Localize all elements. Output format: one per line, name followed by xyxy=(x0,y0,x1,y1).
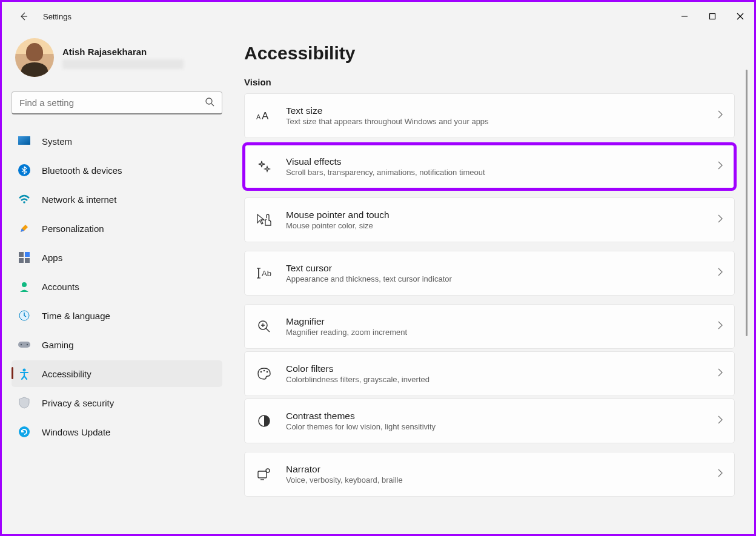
app-title: Settings xyxy=(43,12,71,21)
card-sub: Mouse pointer color, size xyxy=(286,221,704,230)
maximize-button[interactable] xyxy=(698,7,726,26)
sidebar-item-label: Apps xyxy=(42,253,62,263)
scrollbar[interactable] xyxy=(746,70,748,336)
profile[interactable]: Atish Rajasekharan xyxy=(12,31,222,88)
chevron-right-icon xyxy=(717,110,723,121)
palette-icon xyxy=(256,365,273,382)
sidebar-item-label: Windows Update xyxy=(42,427,110,437)
page-title: Accessibility xyxy=(244,43,735,64)
card-title: Contrast themes xyxy=(286,411,704,422)
chevron-right-icon xyxy=(717,268,723,279)
gamepad-icon xyxy=(18,338,31,351)
chevron-right-icon xyxy=(717,161,723,172)
sidebar-item-windows-update[interactable]: Windows Update xyxy=(12,419,222,445)
card-sub: Appearance and thickness, text cursor in… xyxy=(286,274,704,283)
card-sub: Color themes for low vision, light sensi… xyxy=(286,422,704,431)
clock-globe-icon xyxy=(18,309,31,322)
sidebar-item-accessibility[interactable]: Accessibility xyxy=(12,360,222,387)
close-icon xyxy=(737,13,744,20)
nav-list: System Bluetooth & devices Network & int… xyxy=(12,128,222,445)
magnifier-icon xyxy=(256,318,273,335)
chevron-right-icon xyxy=(717,415,723,426)
card-mouse-pointer[interactable]: Mouse pointer and touch Mouse pointer co… xyxy=(244,197,735,242)
card-sub: Voice, verbosity, keyboard, braille xyxy=(286,475,704,485)
section-heading: Vision xyxy=(244,77,735,87)
sidebar-item-label: Personalization xyxy=(42,223,104,234)
sidebar-item-accounts[interactable]: Accounts xyxy=(12,273,222,300)
back-button[interactable] xyxy=(12,4,36,28)
minimize-icon xyxy=(681,13,688,20)
sidebar-item-privacy[interactable]: Privacy & security xyxy=(12,389,222,416)
profile-name: Atish Rajasekharan xyxy=(62,47,184,57)
svg-rect-10 xyxy=(19,252,24,257)
card-text-size[interactable]: AA Text size Text size that appears thro… xyxy=(244,93,735,138)
card-title: Text size xyxy=(286,105,704,116)
chevron-right-icon xyxy=(717,214,723,225)
svg-rect-1 xyxy=(710,14,715,19)
profile-email-redacted xyxy=(62,59,184,69)
card-title: Text cursor xyxy=(286,263,704,274)
svg-rect-13 xyxy=(25,258,30,263)
sparkle-icon xyxy=(256,158,273,175)
card-title: Narrator xyxy=(286,464,704,475)
card-title: Color filters xyxy=(286,363,704,374)
sidebar-item-system[interactable]: System xyxy=(12,128,222,154)
wifi-icon xyxy=(18,193,31,206)
card-color-filters[interactable]: Color filters Colorblindness filters, gr… xyxy=(244,351,735,396)
minimize-button[interactable] xyxy=(671,7,698,26)
svg-rect-12 xyxy=(19,258,24,263)
apps-icon xyxy=(18,251,31,264)
card-contrast-themes[interactable]: Contrast themes Color themes for low vis… xyxy=(244,399,735,443)
card-sub: Text size that appears throughout Window… xyxy=(286,117,704,126)
svg-text:A: A xyxy=(256,113,261,121)
card-narrator[interactable]: Narrator Voice, verbosity, keyboard, bra… xyxy=(244,452,735,497)
svg-text:A: A xyxy=(262,110,269,122)
chevron-right-icon xyxy=(717,321,723,332)
svg-line-28 xyxy=(266,328,270,332)
window-controls xyxy=(671,7,754,26)
paintbrush-icon xyxy=(18,222,31,235)
search-input[interactable] xyxy=(19,98,205,108)
sidebar-item-label: Network & internet xyxy=(42,194,116,205)
sidebar-item-bluetooth[interactable]: Bluetooth & devices xyxy=(12,157,222,184)
display-icon xyxy=(18,134,31,148)
search-icon xyxy=(205,97,214,109)
text-cursor-icon: Ab xyxy=(256,265,273,282)
card-title: Magnifier xyxy=(286,316,704,327)
svg-rect-11 xyxy=(25,252,30,257)
svg-point-17 xyxy=(21,344,22,345)
card-sub: Scroll bars, transparency, animations, n… xyxy=(286,168,704,177)
text-size-icon: AA xyxy=(256,107,273,124)
chevron-right-icon xyxy=(717,469,723,480)
card-visual-effects[interactable]: Visual effects Scroll bars, transparency… xyxy=(244,144,735,189)
maximize-icon xyxy=(709,13,716,20)
svg-text:Ab: Ab xyxy=(262,269,271,278)
card-text-cursor[interactable]: Ab Text cursor Appearance and thickness,… xyxy=(244,251,735,296)
card-sub: Magnifier reading, zoom increment xyxy=(286,328,704,337)
sidebar-item-label: System xyxy=(42,136,72,147)
arrow-left-icon xyxy=(19,12,28,21)
sidebar-item-personalization[interactable]: Personalization xyxy=(12,215,222,242)
sidebar-item-label: Privacy & security xyxy=(42,398,114,408)
svg-point-20 xyxy=(19,426,30,437)
sidebar-item-label: Bluetooth & devices xyxy=(42,165,122,176)
close-button[interactable] xyxy=(726,7,754,26)
titlebar: Settings xyxy=(2,2,754,31)
sidebar-item-label: Accounts xyxy=(42,282,79,292)
sidebar-item-label: Gaming xyxy=(42,340,74,350)
sidebar-item-apps[interactable]: Apps xyxy=(12,244,222,271)
svg-point-14 xyxy=(22,282,27,287)
search-box[interactable] xyxy=(12,91,222,114)
sidebar-item-gaming[interactable]: Gaming xyxy=(12,331,222,358)
svg-line-5 xyxy=(211,104,214,106)
sidebar-item-time-language[interactable]: Time & language xyxy=(12,302,222,329)
svg-point-33 xyxy=(267,371,268,373)
accessibility-icon xyxy=(18,367,31,380)
main-panel: Accessibility Vision AA Text size Text s… xyxy=(230,31,749,534)
svg-point-18 xyxy=(27,344,28,345)
svg-point-9 xyxy=(23,201,25,203)
person-icon xyxy=(18,280,31,293)
sidebar-item-network[interactable]: Network & internet xyxy=(12,186,222,213)
svg-point-31 xyxy=(260,371,262,373)
card-magnifier[interactable]: Magnifier Magnifier reading, zoom increm… xyxy=(244,304,735,349)
